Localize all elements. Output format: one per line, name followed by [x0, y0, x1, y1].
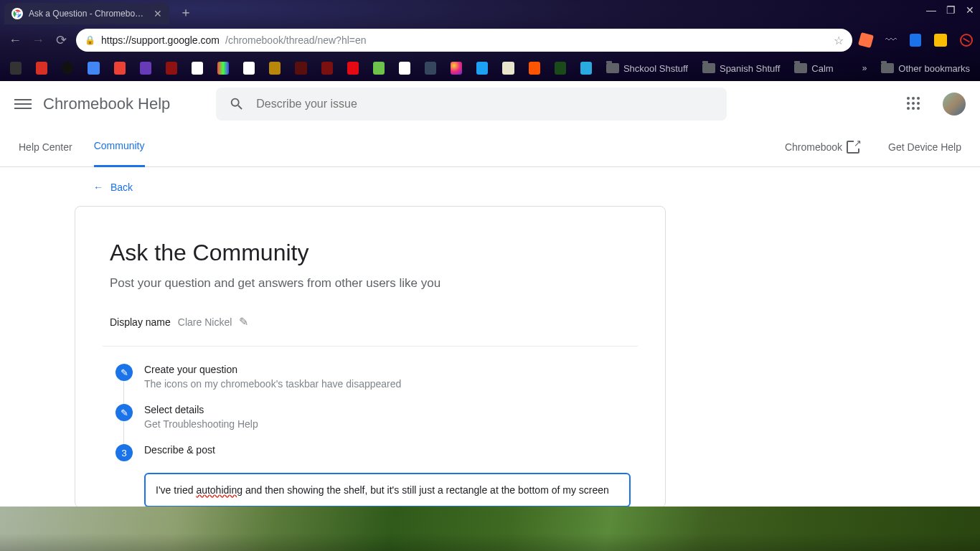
omnibox[interactable]: 🔒 https://support.google.com/chromebook/… [76, 29, 852, 52]
bookmarks-overflow-icon[interactable]: » [862, 63, 867, 73]
browser-tab[interactable]: Ask a Question - Chromebook H… ✕ [4, 3, 169, 24]
extension-icon[interactable] [934, 34, 947, 47]
bookmark-icon[interactable] [399, 62, 410, 75]
product-link[interactable]: Chromebook [785, 141, 859, 154]
divider [103, 346, 638, 347]
bookmark-icon[interactable] [529, 62, 540, 75]
bookmark-icon[interactable] [347, 62, 359, 75]
bookmark-folder[interactable]: Calm [794, 63, 833, 74]
address-bar-row: ← → ⟳ 🔒 https://support.google.com/chrom… [0, 24, 980, 56]
display-name-row: Display name Clare Nickel ✎ [110, 315, 631, 329]
nav-reload-icon[interactable]: ⟳ [53, 32, 69, 48]
search-box[interactable] [216, 88, 727, 121]
bookmark-icon[interactable] [217, 62, 229, 75]
browser-chrome: Ask a Question - Chromebook H… ✕ ＋ — ❐ ✕… [0, 0, 980, 81]
nav-community[interactable]: Community [94, 127, 145, 167]
bookmark-icon[interactable] [555, 62, 566, 75]
bookmark-icon[interactable] [114, 62, 126, 75]
tab-title: Ask a Question - Chromebook H… [29, 9, 148, 19]
product-link-label: Chromebook [785, 141, 842, 153]
step-desc: Get Troubleshooting Help [144, 418, 258, 430]
extension-icon[interactable] [858, 32, 874, 48]
bookmarks-bar: Shckool Shstuff Spanish Shtuff Calm » Ot… [0, 56, 980, 80]
folder-icon [794, 63, 807, 73]
describe-text: I've tried [156, 484, 196, 496]
external-link-icon [847, 141, 859, 154]
describe-textarea[interactable]: I've tried autohiding and then showing t… [144, 473, 631, 507]
display-name-label: Display name [110, 316, 171, 328]
step-title: Select details [144, 404, 258, 415]
account-avatar[interactable] [943, 93, 966, 116]
bookmark-icon[interactable] [88, 62, 99, 75]
nav-back-icon[interactable]: ← [7, 33, 23, 48]
extension-icon[interactable] [960, 34, 973, 47]
new-tab-button[interactable]: ＋ [179, 4, 192, 21]
stepper: ✎ Create your question The icons on my c… [110, 364, 631, 507]
url-path: /chromebook/thread/new?hl=en [225, 34, 367, 46]
search-input[interactable] [256, 98, 714, 110]
step-3: 3 Describe & post [110, 444, 631, 473]
page-title: Ask the Community [110, 240, 631, 266]
app-header: Chromebook Help [0, 81, 980, 127]
bookmark-icon[interactable] [321, 62, 333, 75]
describe-text: and then showing the shelf, but it's sti… [242, 484, 609, 496]
other-bookmarks[interactable]: Other bookmarks [881, 63, 970, 74]
bookmark-star-icon[interactable]: ☆ [834, 34, 844, 47]
sub-navigation: Help Center Community Chromebook Get Dev… [0, 127, 980, 167]
window-maximize-icon[interactable]: ❐ [946, 4, 956, 16]
bookmark-icon[interactable] [580, 62, 592, 75]
nav-forward-icon: → [30, 33, 46, 48]
window-close-icon[interactable]: ✕ [966, 4, 974, 16]
extension-icons: 〰 [859, 34, 973, 47]
bookmark-folder-label: Calm [811, 63, 833, 74]
bookmark-icon[interactable] [243, 62, 255, 75]
back-arrow-icon: ← [93, 182, 103, 193]
window-controls: — ❐ ✕ [926, 4, 974, 16]
bookmark-icon[interactable] [192, 62, 203, 75]
step-title: Create your question [144, 364, 401, 375]
google-apps-icon[interactable] [907, 97, 921, 111]
edit-pencil-icon[interactable]: ✎ [239, 315, 248, 329]
bookmark-icon[interactable] [425, 62, 436, 75]
bookmark-icon[interactable] [269, 62, 281, 75]
brand-title: Chromebook Help [43, 95, 170, 113]
bookmark-icon[interactable] [140, 62, 151, 75]
window-minimize-icon[interactable]: — [926, 4, 936, 16]
bookmark-icon[interactable] [36, 62, 47, 75]
bookmark-icon[interactable] [295, 62, 306, 75]
bookmark-folder[interactable]: Shckool Shstuff [606, 63, 688, 74]
back-link[interactable]: ← Back [93, 182, 980, 193]
search-icon [229, 96, 245, 112]
page-viewport: Chromebook Help Help Center Community Ch… [0, 81, 980, 507]
bookmark-icon[interactable] [10, 62, 22, 75]
get-device-help-link[interactable]: Get Device Help [888, 141, 961, 153]
question-card: Ask the Community Post your question and… [75, 206, 666, 507]
tab-favicon [11, 8, 23, 19]
step-1[interactable]: ✎ Create your question The icons on my c… [110, 364, 631, 404]
bookmark-icon[interactable] [476, 62, 488, 75]
bookmark-folder-label: Spanish Shtuff [720, 63, 780, 74]
step-2[interactable]: ✎ Select details Get Troubleshooting Hel… [110, 404, 631, 444]
describe-text-spellerror: autohiding [196, 484, 242, 496]
bookmark-icon[interactable] [373, 62, 385, 75]
step-edit-icon: ✎ [116, 364, 133, 381]
bookmark-folder[interactable]: Spanish Shtuff [702, 63, 780, 74]
bookmark-icon[interactable] [62, 62, 73, 75]
extension-icon[interactable]: 〰 [885, 34, 897, 47]
main-content: ← Back Ask the Community Post your quest… [0, 167, 980, 507]
desktop-background [0, 507, 980, 551]
step-title: Describe & post [144, 444, 215, 456]
folder-icon [606, 63, 619, 73]
menu-icon[interactable] [14, 95, 32, 113]
bookmark-icon[interactable] [451, 62, 462, 75]
tab-close-icon[interactable]: ✕ [154, 8, 162, 19]
lock-icon: 🔒 [85, 35, 95, 45]
nav-help-center[interactable]: Help Center [19, 127, 72, 167]
bookmark-icon[interactable] [166, 62, 177, 75]
extension-icon[interactable] [910, 34, 921, 47]
step-desc: The icons on my chromebook's taskbar hav… [144, 378, 401, 390]
page-subtitle: Post your question and get answers from … [110, 276, 631, 291]
bookmark-icon[interactable] [502, 62, 514, 75]
url-host: https://support.google.com [101, 34, 220, 46]
folder-icon [702, 63, 715, 73]
